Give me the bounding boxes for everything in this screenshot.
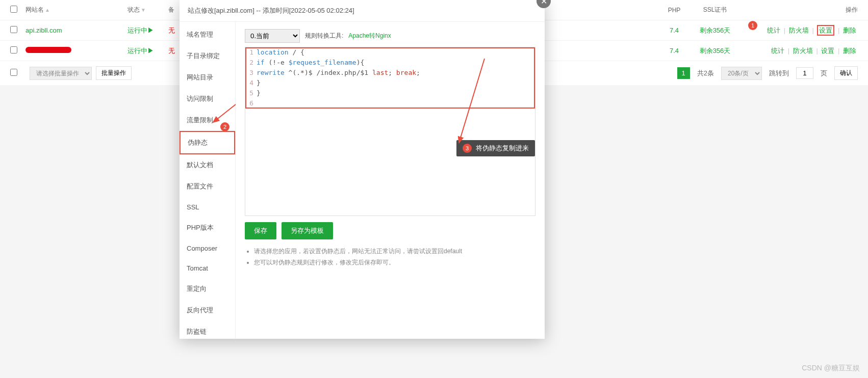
apache-to-nginx-link[interactable]: Apache转Nginx <box>348 32 391 40</box>
code-editor[interactable]: 1location / {2if (!-e $request_filename)… <box>245 47 535 216</box>
sidebar-item-9[interactable]: PHP版本 <box>180 217 235 238</box>
sidebar-item-10[interactable]: Composer <box>180 238 235 258</box>
hint-tooltip: 3 将伪静态复制进来 <box>456 140 535 156</box>
site-modal: 站点修改[api.zibll.com] -- 添加时间[2022-05-05 0… <box>180 0 545 339</box>
step-1-badge: 1 <box>748 21 757 30</box>
sidebar-item-3[interactable]: 访问限制 <box>180 88 235 110</box>
save-button[interactable]: 保存 <box>245 222 276 239</box>
sidebar-item-11[interactable]: Tomcat <box>180 258 235 278</box>
sidebar-item-6[interactable]: 默认文档 <box>180 154 235 176</box>
sidebar-item-8[interactable]: SSL <box>180 197 235 217</box>
sidebar-item-0[interactable]: 域名管理 <box>180 24 235 45</box>
sidebar-item-12[interactable]: 重定向 <box>180 278 235 300</box>
sidebar-item-7[interactable]: 配置文件 <box>180 176 235 197</box>
watermark: CSDN @糖豆互娱 <box>802 364 860 373</box>
rule-label: 规则转换工具: <box>305 32 343 40</box>
tooltip-text: 将伪静态复制进来 <box>476 144 529 153</box>
sidebar-item-1[interactable]: 子目录绑定 <box>180 45 235 67</box>
step-3-badge: 3 <box>463 144 472 153</box>
rule-select[interactable]: 0.当前 <box>245 29 300 43</box>
sidebar-item-14[interactable]: 防盗链 <box>180 321 235 339</box>
save-template-button[interactable]: 另存为模板 <box>282 222 333 239</box>
close-icon[interactable]: ✕ <box>537 0 551 8</box>
sidebar-item-13[interactable]: 反向代理 <box>180 300 235 321</box>
tip-text: 请选择您的应用，若设置伪静态后，网站无法正常访问，请尝试设置回default <box>254 246 535 257</box>
sidebar-item-5[interactable]: 伪静态 <box>180 131 235 154</box>
sidebar-item-2[interactable]: 网站目录 <box>180 67 235 88</box>
modal-title: 站点修改[api.zibll.com] -- 添加时间[2022-05-05 0… <box>188 7 354 14</box>
tip-text: 您可以对伪静态规则进行修改，修改完后保存即可。 <box>254 257 535 268</box>
step-2-badge: 2 <box>220 122 229 131</box>
